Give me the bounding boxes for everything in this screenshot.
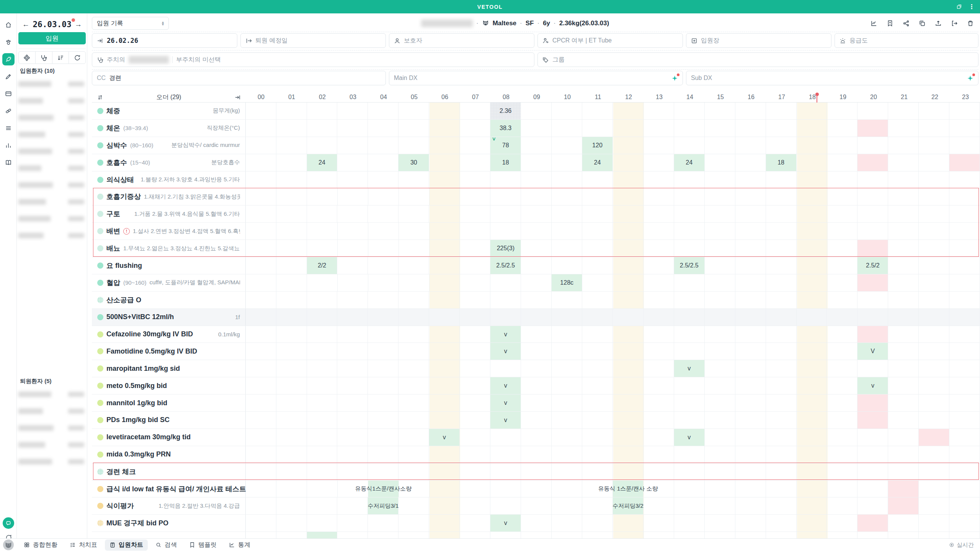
grid-cell-h07[interactable] (460, 326, 490, 343)
grid-cell-h02[interactable] (307, 171, 338, 188)
grid-cell-h15[interactable] (705, 497, 735, 514)
grid-cell-h19[interactable] (827, 395, 858, 411)
grid-cell-h02[interactable]: 24 (307, 154, 338, 171)
grid-cell-h02[interactable] (307, 120, 338, 137)
grid-cell-h00[interactable] (246, 188, 276, 205)
grid-cell-h10[interactable] (552, 446, 582, 463)
grid-cell-h07[interactable] (460, 205, 490, 222)
grid-cell-h08[interactable] (490, 309, 521, 326)
grid-cell-h05[interactable] (399, 223, 430, 240)
grid-cell-h00[interactable] (246, 463, 276, 480)
grid-cell-h10[interactable] (552, 360, 582, 377)
grid-cell-h07[interactable] (460, 274, 490, 291)
grid-cell-h03[interactable] (337, 205, 368, 222)
grid-cell-h22[interactable] (919, 154, 949, 171)
grid-cell-h13[interactable] (644, 532, 674, 538)
rail-item-pill-icon[interactable] (2, 105, 15, 117)
grid-cell-h12[interactable]: 유동식 1스푼/캔사 소량 (613, 481, 644, 497)
grid-cell-h06[interactable] (430, 223, 460, 240)
grid-cell-h16[interactable] (735, 154, 766, 171)
patient-list-item[interactable] (17, 193, 87, 210)
grid-cell-h08[interactable]: v (490, 515, 521, 531)
grid-cell-h09[interactable] (521, 274, 552, 291)
grid-cell-h04[interactable] (368, 223, 399, 240)
grid-cell-h20[interactable] (858, 429, 888, 446)
grid-cell-h00[interactable] (246, 412, 276, 429)
grid-cell-h06[interactable] (429, 360, 460, 377)
grid-cell-h19[interactable] (827, 497, 858, 514)
grid-cell-h19[interactable] (827, 377, 858, 394)
grid-cell-h09[interactable] (521, 412, 552, 429)
grid-cell-h04[interactable] (368, 171, 399, 188)
sub-dx-ai-button[interactable] (967, 75, 973, 82)
grid-cell-h14[interactable] (674, 103, 705, 119)
grid-cell-h06[interactable] (430, 240, 460, 257)
grid-cell-h12[interactable] (613, 188, 644, 205)
grid-cell-h08[interactable]: 38.3 (490, 120, 521, 137)
order-label-cell[interactable]: 호흡수(15~40)분당호흡수 (92, 154, 246, 171)
grid-cell-h18[interactable] (797, 377, 827, 394)
grid-cell-h12[interactable] (613, 395, 644, 411)
grid-cell-h01[interactable] (276, 481, 307, 497)
grid-cell-h17[interactable] (766, 205, 797, 222)
grid-cell-h01[interactable] (276, 103, 307, 119)
grid-cell-h00[interactable] (246, 292, 276, 308)
grid-cell-h05[interactable] (399, 515, 429, 531)
grid-cell-h20[interactable] (858, 240, 888, 257)
rail-item-chart-icon[interactable] (2, 139, 15, 152)
grid-cell-h22[interactable] (919, 360, 949, 377)
patient-list-item[interactable] (17, 386, 87, 403)
grid-cell-h20[interactable] (858, 515, 888, 531)
grid-cell-h20[interactable] (858, 223, 888, 240)
grid-cell-h09[interactable] (521, 223, 552, 240)
grid-cell-h09[interactable] (521, 429, 552, 446)
grid-cell-h21[interactable] (888, 240, 919, 257)
grid-cell-h02[interactable] (307, 481, 338, 497)
grid-cell-h11[interactable] (582, 446, 613, 463)
grid-cell-h21[interactable] (888, 103, 919, 119)
grid-cell-h18[interactable] (797, 137, 827, 154)
patient-list-item[interactable] (17, 176, 87, 193)
grid-cell-h07[interactable] (460, 240, 490, 257)
grid-cell-h16[interactable] (735, 120, 766, 137)
grid-cell-h10[interactable] (552, 497, 582, 514)
grid-cell-h06[interactable] (429, 103, 460, 119)
grid-cell-h12[interactable] (613, 223, 644, 240)
grid-cell-h20[interactable] (858, 274, 888, 291)
grid-cell-h08[interactable] (490, 446, 521, 463)
grid-cell-h13[interactable] (644, 360, 674, 377)
grid-cell-h03[interactable] (337, 171, 368, 188)
next-day-arrow[interactable]: → (75, 20, 82, 29)
grid-cell-h07[interactable] (460, 395, 490, 411)
grid-cell-h21[interactable] (888, 292, 919, 308)
grid-cell-h20[interactable] (858, 497, 888, 514)
grid-cell-h19[interactable] (827, 188, 858, 205)
grid-cell-h13[interactable] (644, 446, 674, 463)
grid-cell-h06[interactable] (429, 154, 460, 171)
grid-cell-h15[interactable] (705, 154, 735, 171)
grid-cell-h07[interactable] (460, 292, 490, 308)
grid-cell-h17[interactable] (766, 223, 797, 240)
grid-cell-h06[interactable] (429, 412, 460, 429)
grid-cell-h04[interactable] (368, 446, 399, 463)
grid-cell-h14[interactable] (674, 377, 705, 394)
grid-cell-h04[interactable] (368, 515, 399, 531)
grid-cell-h10[interactable] (552, 188, 582, 205)
grid-cell-h19[interactable] (827, 446, 858, 463)
grid-cell-h20[interactable] (858, 137, 888, 154)
grid-cell-h01[interactable] (276, 446, 307, 463)
grid-cell-h16[interactable] (735, 343, 766, 360)
grid-cell-h14[interactable] (674, 481, 705, 497)
grid-cell-h06[interactable] (429, 395, 460, 411)
grid-cell-h08[interactable]: v (490, 377, 521, 394)
grid-cell-h00[interactable] (246, 326, 276, 343)
grid-cell-h10[interactable] (552, 515, 582, 531)
grid-cell-h23[interactable] (949, 223, 980, 240)
order-label-cell[interactable]: levetiracetam 30mg/kg tid (92, 429, 246, 446)
grid-cell-h01[interactable] (276, 429, 307, 446)
grid-cell-h00[interactable] (246, 343, 276, 360)
grid-cell-h22[interactable] (919, 120, 949, 137)
grid-cell-h05[interactable] (399, 532, 429, 538)
grid-cell-h00[interactable] (246, 377, 276, 394)
grid-cell-h04[interactable]: 수저피딩3/1 (368, 497, 399, 514)
